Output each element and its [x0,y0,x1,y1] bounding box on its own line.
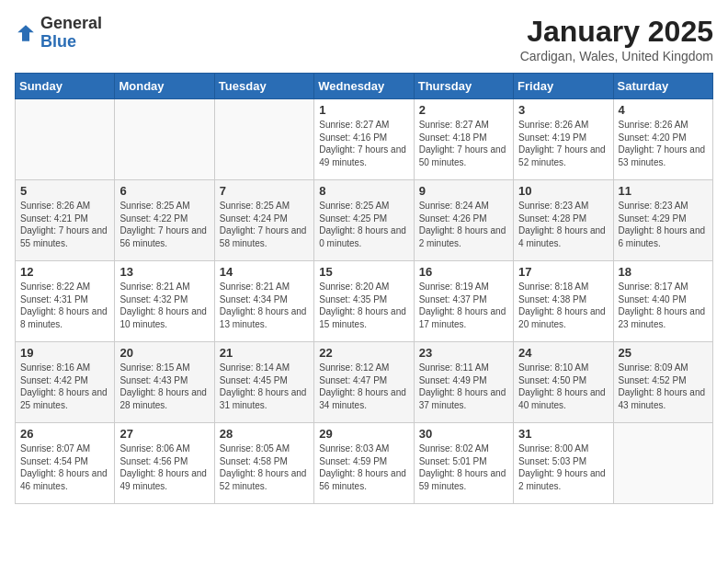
day-number: 21 [220,346,309,360]
day-info: Sunrise: 8:26 AM Sunset: 4:19 PM Dayligh… [518,119,608,168]
day-info: Sunrise: 8:14 AM Sunset: 4:45 PM Dayligh… [220,362,309,411]
calendar-day-cell: 24Sunrise: 8:10 AM Sunset: 4:50 PM Dayli… [514,342,613,423]
day-number: 25 [619,346,708,360]
calendar-day-cell: 22Sunrise: 8:12 AM Sunset: 4:47 PM Dayli… [314,342,414,423]
day-number: 16 [419,265,508,279]
day-info: Sunrise: 8:10 AM Sunset: 4:50 PM Dayligh… [518,362,608,411]
day-info: Sunrise: 8:24 AM Sunset: 4:26 PM Dayligh… [419,200,508,249]
day-info: Sunrise: 8:19 AM Sunset: 4:37 PM Dayligh… [419,281,508,330]
day-info: Sunrise: 8:12 AM Sunset: 4:47 PM Dayligh… [319,362,408,411]
calendar-day-cell: 25Sunrise: 8:09 AM Sunset: 4:52 PM Dayli… [613,342,712,423]
calendar-day-header: Thursday [414,74,513,99]
calendar-day-cell: 30Sunrise: 8:02 AM Sunset: 5:01 PM Dayli… [414,423,513,504]
month-title: January 2025 [520,15,713,49]
day-number: 12 [20,265,109,279]
calendar-day-cell: 27Sunrise: 8:06 AM Sunset: 4:56 PM Dayli… [115,423,214,504]
calendar-day-cell: 6Sunrise: 8:25 AM Sunset: 4:22 PM Daylig… [115,180,214,261]
day-info: Sunrise: 8:26 AM Sunset: 4:20 PM Dayligh… [619,119,708,168]
calendar-day-cell: 7Sunrise: 8:25 AM Sunset: 4:24 PM Daylig… [214,180,313,261]
day-number: 19 [20,346,109,360]
day-number: 22 [319,346,408,360]
calendar-table: SundayMondayTuesdayWednesdayThursdayFrid… [15,73,713,504]
calendar-week-row: 5Sunrise: 8:26 AM Sunset: 4:21 PM Daylig… [16,180,713,261]
day-info: Sunrise: 8:09 AM Sunset: 4:52 PM Dayligh… [619,362,708,411]
calendar-day-cell [214,99,313,180]
day-number: 31 [518,427,608,441]
day-number: 4 [619,103,708,117]
calendar-week-row: 12Sunrise: 8:22 AM Sunset: 4:31 PM Dayli… [16,261,713,342]
day-info: Sunrise: 8:05 AM Sunset: 4:58 PM Dayligh… [220,442,309,492]
calendar-day-header: Tuesday [214,74,313,99]
calendar-day-cell: 14Sunrise: 8:21 AM Sunset: 4:34 PM Dayli… [214,261,313,342]
day-info: Sunrise: 8:20 AM Sunset: 4:35 PM Dayligh… [319,281,408,330]
calendar-day-cell: 9Sunrise: 8:24 AM Sunset: 4:26 PM Daylig… [414,180,513,261]
logo-icon [15,22,37,44]
calendar-day-cell [16,99,115,180]
day-number: 28 [220,427,309,441]
day-number: 1 [319,103,408,117]
day-info: Sunrise: 8:25 AM Sunset: 4:22 PM Dayligh… [119,200,209,249]
calendar-day-cell [613,423,712,504]
location-text: Cardigan, Wales, United Kingdom [520,49,713,63]
day-number: 13 [119,265,209,279]
calendar-day-cell: 23Sunrise: 8:11 AM Sunset: 4:49 PM Dayli… [414,342,513,423]
calendar-day-cell: 17Sunrise: 8:18 AM Sunset: 4:38 PM Dayli… [514,261,613,342]
calendar-day-cell: 11Sunrise: 8:23 AM Sunset: 4:29 PM Dayli… [613,180,712,261]
calendar-day-cell: 18Sunrise: 8:17 AM Sunset: 4:40 PM Dayli… [613,261,712,342]
day-number: 23 [419,346,508,360]
logo-general-text: General [40,14,102,32]
calendar-day-cell: 15Sunrise: 8:20 AM Sunset: 4:35 PM Dayli… [314,261,414,342]
calendar-day-cell: 16Sunrise: 8:19 AM Sunset: 4:37 PM Dayli… [414,261,513,342]
day-number: 10 [518,184,608,198]
day-info: Sunrise: 8:07 AM Sunset: 4:54 PM Dayligh… [20,442,109,492]
day-number: 18 [619,265,708,279]
day-info: Sunrise: 8:18 AM Sunset: 4:38 PM Dayligh… [518,281,608,330]
day-number: 24 [518,346,608,360]
calendar-day-cell: 20Sunrise: 8:15 AM Sunset: 4:43 PM Dayli… [115,342,214,423]
calendar-header-row: SundayMondayTuesdayWednesdayThursdayFrid… [16,74,713,99]
calendar-day-cell: 5Sunrise: 8:26 AM Sunset: 4:21 PM Daylig… [16,180,115,261]
calendar-day-header: Monday [115,74,214,99]
day-info: Sunrise: 8:16 AM Sunset: 4:42 PM Dayligh… [20,362,109,411]
day-info: Sunrise: 8:17 AM Sunset: 4:40 PM Dayligh… [619,281,708,330]
calendar-day-cell: 2Sunrise: 8:27 AM Sunset: 4:18 PM Daylig… [414,99,513,180]
day-number: 17 [518,265,608,279]
day-number: 15 [319,265,408,279]
day-info: Sunrise: 8:03 AM Sunset: 4:59 PM Dayligh… [319,442,408,492]
day-number: 20 [119,346,209,360]
calendar-day-cell [115,99,214,180]
calendar-body: 1Sunrise: 8:27 AM Sunset: 4:16 PM Daylig… [16,99,713,504]
calendar-day-cell: 4Sunrise: 8:26 AM Sunset: 4:20 PM Daylig… [613,99,712,180]
day-number: 7 [220,184,309,198]
calendar-day-cell: 3Sunrise: 8:26 AM Sunset: 4:19 PM Daylig… [514,99,613,180]
day-number: 9 [419,184,508,198]
day-number: 8 [319,184,408,198]
calendar-day-cell: 26Sunrise: 8:07 AM Sunset: 4:54 PM Dayli… [16,423,115,504]
day-info: Sunrise: 8:27 AM Sunset: 4:16 PM Dayligh… [319,119,408,168]
day-number: 11 [619,184,708,198]
day-info: Sunrise: 8:22 AM Sunset: 4:31 PM Dayligh… [20,281,109,330]
day-number: 27 [119,427,209,441]
day-number: 5 [20,184,109,198]
calendar-day-header: Friday [514,74,613,99]
day-info: Sunrise: 8:02 AM Sunset: 5:01 PM Dayligh… [419,442,508,492]
calendar-day-header: Saturday [613,74,712,99]
calendar-day-header: Wednesday [314,74,414,99]
day-info: Sunrise: 8:00 AM Sunset: 5:03 PM Dayligh… [518,442,608,492]
calendar-day-cell: 29Sunrise: 8:03 AM Sunset: 4:59 PM Dayli… [314,423,414,504]
calendar-day-cell: 12Sunrise: 8:22 AM Sunset: 4:31 PM Dayli… [16,261,115,342]
day-info: Sunrise: 8:23 AM Sunset: 4:28 PM Dayligh… [518,200,608,249]
calendar-day-cell: 19Sunrise: 8:16 AM Sunset: 4:42 PM Dayli… [16,342,115,423]
calendar-day-cell: 8Sunrise: 8:25 AM Sunset: 4:25 PM Daylig… [314,180,414,261]
calendar-week-row: 19Sunrise: 8:16 AM Sunset: 4:42 PM Dayli… [16,342,713,423]
day-info: Sunrise: 8:21 AM Sunset: 4:34 PM Dayligh… [220,281,309,330]
day-number: 30 [419,427,508,441]
day-info: Sunrise: 8:11 AM Sunset: 4:49 PM Dayligh… [419,362,508,411]
calendar-day-cell: 31Sunrise: 8:00 AM Sunset: 5:03 PM Dayli… [514,423,613,504]
day-info: Sunrise: 8:26 AM Sunset: 4:21 PM Dayligh… [20,200,109,249]
calendar-day-header: Sunday [16,74,115,99]
day-number: 26 [20,427,109,441]
day-number: 3 [518,103,608,117]
page-header: General Blue January 2025 Cardigan, Wale… [15,15,713,63]
logo: General Blue [15,15,102,52]
